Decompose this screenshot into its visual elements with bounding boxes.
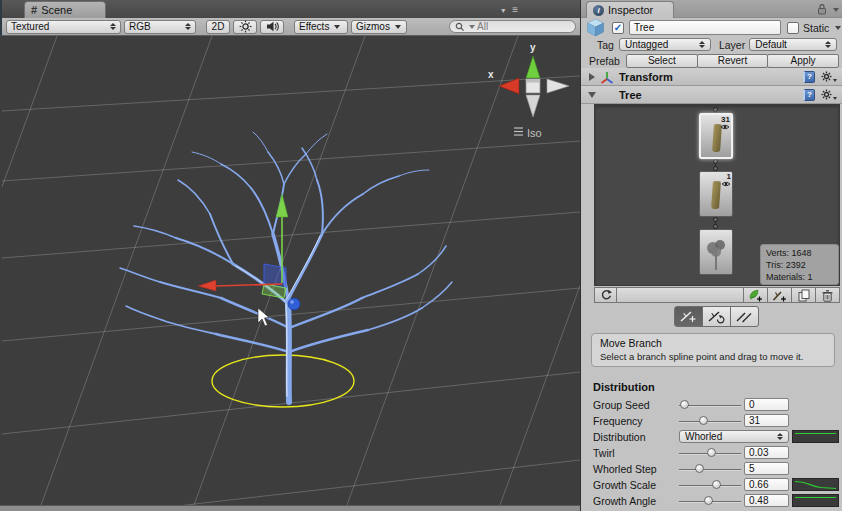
delete-button[interactable] xyxy=(816,287,840,303)
panel-dropdown-icon[interactable]: ▾ xyxy=(501,6,507,15)
shading-mode-dropdown[interactable]: Textured xyxy=(6,20,121,34)
toggle-2d-button[interactable]: 2D xyxy=(206,20,230,34)
mesh-stats-box: Verts: 1648 Tris: 2392 Materials: 1 xyxy=(760,244,839,285)
prefab-apply-button[interactable]: Apply xyxy=(767,54,839,68)
slider-track[interactable] xyxy=(679,485,741,487)
branch-group-node-child[interactable]: 1 xyxy=(699,171,733,217)
eye-icon[interactable] xyxy=(720,123,730,131)
help-icon[interactable]: ? xyxy=(803,89,815,101)
layer-dropdown[interactable]: Default xyxy=(749,38,837,51)
scene-viewport[interactable]: y x Iso xyxy=(2,36,580,505)
component-menu[interactable] xyxy=(821,89,837,100)
distribution-curve-preview[interactable] xyxy=(792,430,839,443)
effects-dropdown[interactable]: Effects xyxy=(294,20,348,34)
slider-handle[interactable] xyxy=(704,496,713,505)
render-mode-label: RGB xyxy=(129,21,151,32)
name-field[interactable]: Tree xyxy=(629,20,781,35)
property-label: Growth Scale xyxy=(593,479,656,491)
view-orientation-gizmo[interactable]: y x Iso xyxy=(488,42,569,139)
value-field[interactable]: 31 xyxy=(744,414,789,427)
slider-track[interactable] xyxy=(679,421,741,423)
neg-x-axis-cone[interactable] xyxy=(547,79,569,93)
tree-component-header[interactable]: Tree ? xyxy=(581,86,842,104)
value-field[interactable]: 0.66 xyxy=(744,478,789,491)
iso-label-text[interactable]: Iso xyxy=(527,127,542,139)
foldout-arrow-icon[interactable] xyxy=(588,92,596,98)
move-gizmo-z-axis[interactable] xyxy=(288,298,300,310)
scene-search-input[interactable]: All xyxy=(449,20,576,33)
search-filter-arrow-icon xyxy=(469,25,475,29)
chevron-down-icon xyxy=(395,25,401,29)
help-icon[interactable]: ? xyxy=(803,71,815,83)
value-field[interactable]: 0.48 xyxy=(744,494,789,507)
sun-icon xyxy=(239,20,252,33)
tree-selection-ring xyxy=(212,355,354,407)
distribution-properties: Group Seed 0 Frequency 31 Distribution W… xyxy=(581,397,842,509)
prefab-revert-button[interactable]: Revert xyxy=(697,54,769,68)
info-icon: i xyxy=(593,5,604,16)
distribution-mode-dropdown[interactable]: Whorled xyxy=(679,430,789,443)
tree-title: Tree xyxy=(619,89,642,101)
active-checkbox[interactable]: ✓ xyxy=(612,22,624,34)
slider-handle[interactable] xyxy=(695,464,704,473)
property-row-group-seed: Group Seed 0 xyxy=(581,397,842,413)
tree-root-node[interactable] xyxy=(699,229,733,275)
value-field[interactable]: 5 xyxy=(744,462,789,475)
tag-dropdown[interactable]: Untagged xyxy=(619,38,711,51)
distribution-mode-value: Whorled xyxy=(685,431,722,442)
lock-icon[interactable] xyxy=(817,3,827,15)
scene-panel: # Scene ▾ ≡ Textured RGB 2D xyxy=(0,0,580,511)
transform-title: Transform xyxy=(619,71,673,83)
panel-menu-icon[interactable]: ≡ xyxy=(512,4,520,15)
add-leaf-group-button[interactable] xyxy=(744,287,768,303)
slider-handle[interactable] xyxy=(712,480,721,489)
axis-y-label: y xyxy=(530,42,536,53)
render-mode-dropdown[interactable]: RGB xyxy=(124,20,196,34)
slider-handle[interactable] xyxy=(699,416,708,425)
inspector-menu-icon[interactable] xyxy=(833,8,839,12)
static-checkbox[interactable] xyxy=(787,22,799,34)
y-axis-cone[interactable] xyxy=(526,56,540,78)
tab-scene[interactable]: # Scene xyxy=(24,1,106,18)
gear-dropdown-icon xyxy=(833,79,837,82)
value-field[interactable]: 0.03 xyxy=(744,446,789,459)
property-label: Whorled Step xyxy=(593,463,657,475)
tool-help-box: Move Branch Select a branch spline point… xyxy=(591,333,835,367)
slider-handle[interactable] xyxy=(680,400,689,409)
effects-label: Effects xyxy=(299,21,329,32)
refresh-button[interactable] xyxy=(594,287,617,303)
updown-arrow-icon xyxy=(185,23,191,30)
draw-branch-tool-button[interactable] xyxy=(730,306,759,327)
tree-wireframe[interactable] xyxy=(120,132,452,402)
scene-audio-button[interactable] xyxy=(260,20,284,34)
property-label: Twirl xyxy=(593,447,615,459)
transform-component-header[interactable]: Transform ? xyxy=(581,68,842,86)
duplicate-button[interactable] xyxy=(792,287,816,303)
component-menu[interactable] xyxy=(821,71,837,82)
branch-group-node-root[interactable]: 31 xyxy=(699,113,733,159)
branch-plus-icon xyxy=(772,288,787,302)
property-row-twirl: Twirl 0.03 xyxy=(581,445,842,461)
scene-lighting-button[interactable] xyxy=(233,20,257,34)
foldout-arrow-icon[interactable] xyxy=(589,73,595,81)
slider-track[interactable] xyxy=(679,469,741,471)
tree-node-graph[interactable]: 31 1 xyxy=(594,104,840,286)
static-dropdown-icon[interactable] xyxy=(835,26,841,30)
add-branch-group-button[interactable] xyxy=(768,287,792,303)
tab-inspector[interactable]: i Inspector xyxy=(586,1,674,18)
slider-handle[interactable] xyxy=(707,448,716,457)
viewport-canvas: y x Iso xyxy=(2,36,580,505)
move-branch-tool-button[interactable] xyxy=(674,306,703,327)
unity-editor-window: # Scene ▾ ≡ Textured RGB 2D xyxy=(0,0,842,511)
rotate-branch-tool-button[interactable] xyxy=(702,306,731,327)
value-field[interactable]: 0 xyxy=(744,398,789,411)
neg-y-axis-cone[interactable] xyxy=(526,95,540,117)
growth-angle-curve-preview[interactable] xyxy=(792,494,839,507)
prefab-select-button[interactable]: Select xyxy=(626,54,698,68)
growth-scale-curve-preview[interactable] xyxy=(792,478,839,491)
eye-icon[interactable] xyxy=(721,180,731,188)
tree-thumbnail xyxy=(700,230,732,274)
materials-stat: Materials: 1 xyxy=(766,271,833,283)
gizmos-dropdown[interactable]: Gizmos xyxy=(351,20,407,34)
scene-toolbar: Textured RGB 2D xyxy=(0,18,580,36)
